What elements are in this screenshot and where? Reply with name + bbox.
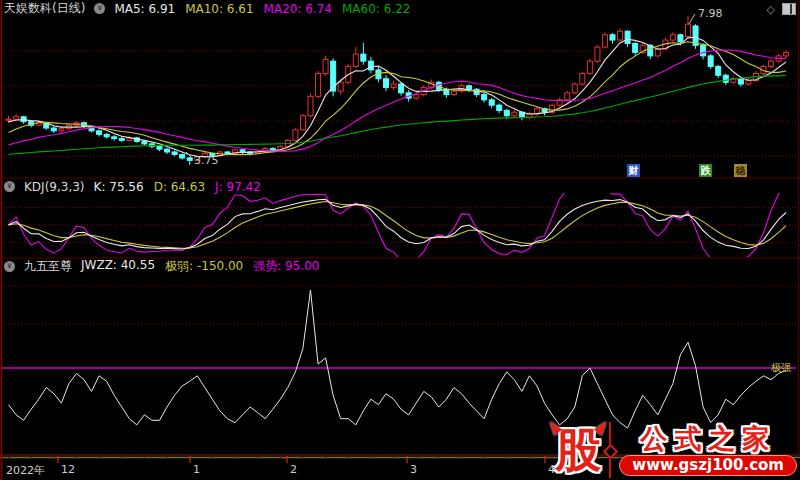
- candle-body: [686, 24, 691, 36]
- candle-body: [104, 134, 109, 136]
- candle-body: [361, 54, 366, 61]
- jwzz-values-row: JWZZ: 40.55极弱: -150.00强势: 95.00: [81, 258, 319, 275]
- ma-values-row: MA5: 6.91MA10: 6.61MA20: 6.74MA60: 6.22: [114, 2, 410, 16]
- candle-body: [187, 158, 192, 160]
- candle-body: [701, 45, 706, 56]
- collapse-kdj-icon[interactable]: ∨: [4, 181, 15, 192]
- jwzz-panel-header: ∨ 九五至尊 JWZZ: 40.55极弱: -150.00强势: 95.00: [4, 259, 319, 274]
- candle-body: [746, 81, 751, 85]
- jwzz-line-layer: [9, 290, 787, 428]
- collapse-jwzz-icon[interactable]: ∨: [4, 261, 15, 272]
- ma-value-label: MA10: 6.61: [185, 2, 253, 16]
- candle-body: [451, 91, 456, 95]
- collapse-panel-icon[interactable]: ∨: [94, 3, 105, 14]
- kdj-value-label: D: 64.63: [154, 180, 205, 194]
- ma-value-label: MA60: 6.22: [342, 2, 410, 16]
- candle-body: [595, 47, 600, 61]
- watermark-bull-logo: 股: [555, 424, 601, 476]
- low-price-annotation: 3.75: [194, 154, 219, 167]
- candle-body: [618, 31, 623, 40]
- candle-body: [784, 52, 789, 56]
- candle-body: [625, 31, 630, 43]
- candle-body: [142, 141, 147, 143]
- candle-body: [21, 117, 26, 122]
- axis-month-label: 3: [410, 463, 417, 476]
- candle-body: [323, 59, 328, 73]
- candle-body: [240, 150, 245, 152]
- ma20-line: [9, 50, 787, 151]
- ma5-line: [9, 37, 787, 157]
- axis-month-label: 1: [193, 463, 200, 476]
- high-annotation-arrow: [689, 14, 695, 24]
- stock-title: 天娱数科(日线): [4, 0, 85, 17]
- watermark-logo-char: 股: [555, 423, 601, 477]
- candle-body: [270, 148, 275, 149]
- candle-body: [391, 84, 396, 88]
- candle-body: [308, 96, 313, 115]
- kdj-panel-header: ∨ KDJ(9,3,3) K: 75.56D: 64.63J: 97.42: [4, 179, 261, 194]
- stock-chart-window: 天娱数科(日线) ∨ MA5: 6.91MA10: 6.61MA20: 6.74…: [0, 0, 800, 480]
- candle-body: [482, 95, 487, 100]
- axis-month-label: 2: [290, 463, 297, 476]
- candle-body: [474, 89, 479, 94]
- candle-body: [172, 152, 177, 154]
- panel-corner-icons: ◇: [767, 3, 796, 15]
- ma-value-label: MA5: 6.91: [114, 2, 175, 16]
- kdj-values-row: K: 75.56D: 64.63J: 97.42: [94, 180, 261, 194]
- candle-body: [180, 154, 185, 158]
- candle-body: [497, 105, 502, 110]
- diamond-icon[interactable]: ◇: [767, 4, 775, 15]
- candle-body: [587, 61, 592, 73]
- ma10-line: [9, 42, 787, 155]
- candle-body: [414, 95, 419, 99]
- jwzz-value-label: JWZZ: 40.55: [81, 258, 155, 275]
- main-panel-header: 天娱数科(日线) ∨ MA5: 6.91MA10: 6.61MA20: 6.74…: [4, 1, 410, 16]
- watermark-site-name: 公式之家: [640, 424, 776, 454]
- watermark-divider: [609, 422, 611, 478]
- candle-body: [353, 54, 358, 66]
- ma-value-label: MA20: 6.74: [264, 2, 332, 16]
- candle-body: [225, 152, 230, 153]
- candle-body: [504, 110, 509, 115]
- candle-body: [580, 73, 585, 84]
- axis-month-label: 12: [61, 463, 75, 476]
- candle-body: [512, 112, 517, 116]
- candle-body: [723, 75, 728, 82]
- candle-body: [59, 129, 64, 131]
- candle-body: [610, 35, 615, 40]
- candle-body: [6, 119, 11, 120]
- watermark: 股 公式之家 www.gszj100.com: [555, 422, 797, 478]
- candle-body: [769, 61, 774, 66]
- candle-body: [300, 116, 305, 130]
- candle-body: [738, 79, 743, 84]
- candle-body: [14, 117, 19, 119]
- candles-layer: [6, 16, 789, 165]
- ma60-line: [9, 75, 787, 154]
- candle-body: [565, 93, 570, 100]
- threshold-strong-label: 极强: [771, 361, 791, 375]
- candle-body: [678, 35, 683, 42]
- candle-body: [655, 49, 660, 56]
- window-icon[interactable]: [782, 3, 796, 15]
- candle-body: [489, 100, 494, 105]
- kdj-title: KDJ(9,3,3): [24, 180, 85, 194]
- signal-marker: 财: [627, 164, 640, 177]
- candle-body: [467, 86, 472, 90]
- candle-body: [165, 149, 170, 152]
- high-price-annotation: 7.98: [698, 7, 723, 20]
- signal-marker: 跌: [699, 164, 712, 177]
- candle-body: [51, 128, 56, 131]
- candle-body: [368, 61, 373, 70]
- ma-lines-layer: [9, 37, 787, 157]
- jwzz-line: [9, 290, 787, 428]
- chart-canvas[interactable]: [0, 0, 800, 480]
- axis-month-label: 4: [548, 463, 555, 476]
- candle-body: [716, 66, 721, 75]
- kdj-value-label: K: 75.56: [94, 180, 144, 194]
- candle-body: [384, 79, 389, 88]
- diamond-ornament-icon: [603, 444, 619, 460]
- candle-body: [633, 44, 638, 53]
- axis-year-label: 2022年: [6, 463, 45, 478]
- kdj-value-label: J: 97.42: [215, 180, 261, 194]
- candle-body: [602, 35, 607, 47]
